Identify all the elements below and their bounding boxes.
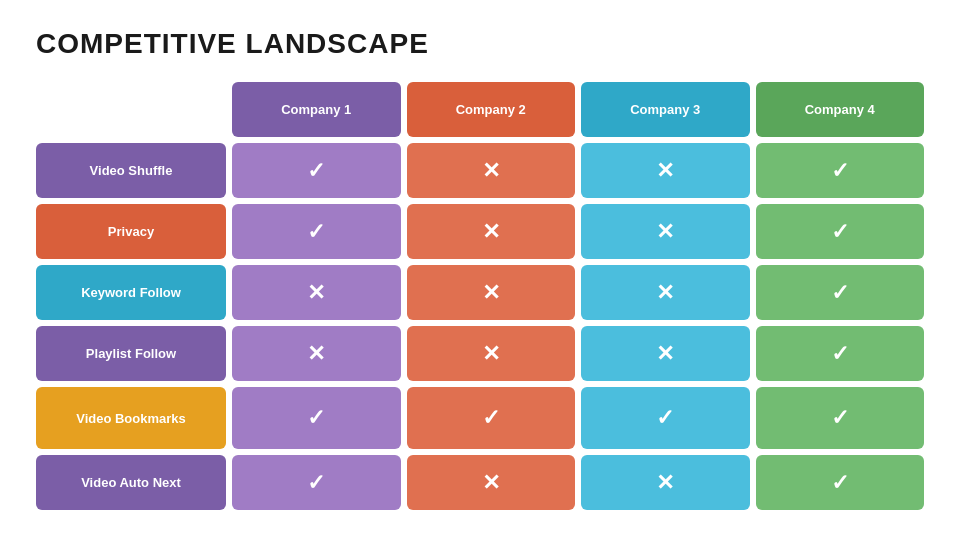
check-icon [307, 221, 325, 243]
cell-kf-c3 [581, 265, 750, 320]
cross-icon [482, 282, 500, 304]
cell-kf-c2 [407, 265, 576, 320]
check-icon [307, 407, 325, 429]
header-company1: Company 1 [232, 82, 401, 137]
check-icon [831, 407, 849, 429]
cell-vs-c1 [232, 143, 401, 198]
header-company2: Company 2 [407, 82, 576, 137]
cell-van-c3 [581, 455, 750, 510]
row-label-video-bookmarks: Video Bookmarks [36, 387, 226, 449]
page-title: COMPETITIVE LANDSCAPE [36, 28, 924, 60]
cell-kf-c1 [232, 265, 401, 320]
header-empty [36, 82, 226, 137]
cross-icon [656, 221, 674, 243]
cross-icon [656, 472, 674, 494]
cell-van-c2 [407, 455, 576, 510]
check-icon [831, 343, 849, 365]
row-label-video-auto-next: Video Auto Next [36, 455, 226, 510]
cell-vs-c2 [407, 143, 576, 198]
cross-icon [307, 282, 325, 304]
cell-vb-c4 [756, 387, 925, 449]
table-wrapper: Company 1 Company 2 Company 3 Company 4 … [36, 82, 924, 520]
row-label-keyword-follow: Keyword Follow [36, 265, 226, 320]
cell-vs-c3 [581, 143, 750, 198]
cross-icon [656, 343, 674, 365]
cell-priv-c3 [581, 204, 750, 259]
header-company3: Company 3 [581, 82, 750, 137]
cell-vs-c4 [756, 143, 925, 198]
page: COMPETITIVE LANDSCAPE Company 1 Company … [0, 0, 960, 540]
check-icon [482, 407, 500, 429]
cell-pf-c1 [232, 326, 401, 381]
check-icon [656, 407, 674, 429]
cross-icon [482, 160, 500, 182]
cell-pf-c3 [581, 326, 750, 381]
check-icon [307, 160, 325, 182]
header-company4: Company 4 [756, 82, 925, 137]
cross-icon [482, 472, 500, 494]
check-icon [831, 472, 849, 494]
cross-icon [656, 160, 674, 182]
cell-pf-c4 [756, 326, 925, 381]
cell-vb-c3 [581, 387, 750, 449]
cell-van-c4 [756, 455, 925, 510]
check-icon [831, 282, 849, 304]
check-icon [307, 472, 325, 494]
cross-icon [656, 282, 674, 304]
row-label-privacy: Privacy [36, 204, 226, 259]
comparison-table: Company 1 Company 2 Company 3 Company 4 … [36, 82, 924, 520]
cell-priv-c2 [407, 204, 576, 259]
row-label-video-shuffle: Video Shuffle [36, 143, 226, 198]
check-icon [831, 160, 849, 182]
cell-van-c1 [232, 455, 401, 510]
cross-icon [482, 343, 500, 365]
cell-pf-c2 [407, 326, 576, 381]
cell-priv-c4 [756, 204, 925, 259]
cell-kf-c4 [756, 265, 925, 320]
cross-icon [482, 221, 500, 243]
row-label-playlist-follow: Playlist Follow [36, 326, 226, 381]
check-icon [831, 221, 849, 243]
cross-icon [307, 343, 325, 365]
cell-vb-c1 [232, 387, 401, 449]
cell-priv-c1 [232, 204, 401, 259]
cell-vb-c2 [407, 387, 576, 449]
